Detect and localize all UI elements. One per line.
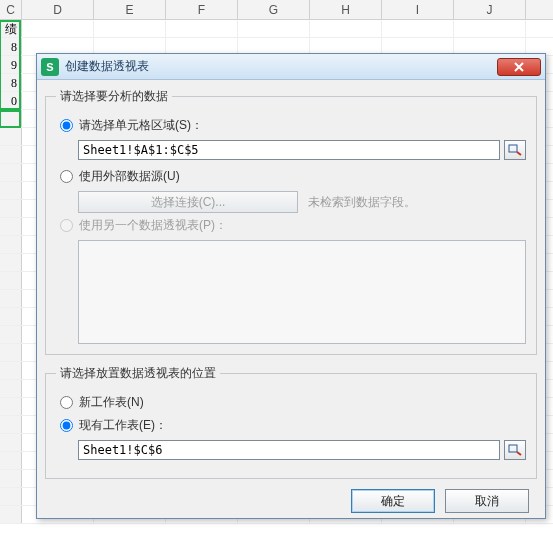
radio-external[interactable]: [60, 170, 73, 183]
cell[interactable]: 8: [0, 38, 22, 55]
radio-another-pivot: [60, 219, 73, 232]
cell[interactable]: 绩: [0, 20, 22, 37]
range-input[interactable]: [78, 140, 500, 160]
radio-select-range-label[interactable]: 请选择单元格区域(S)：: [79, 117, 203, 134]
cancel-button[interactable]: 取消: [445, 489, 529, 513]
col-header[interactable]: E: [94, 0, 166, 19]
radio-external-label[interactable]: 使用外部数据源(U): [79, 168, 180, 185]
radio-newsheet-row: 新工作表(N): [60, 394, 526, 411]
range-picker-icon: [508, 444, 522, 456]
radio-existing[interactable]: [60, 419, 73, 432]
radio-select-range[interactable]: [60, 119, 73, 132]
pivot-list: [78, 240, 526, 344]
col-header[interactable]: G: [238, 0, 310, 19]
radio-newsheet-label[interactable]: 新工作表(N): [79, 394, 144, 411]
create-pivot-dialog: S 创建数据透视表 请选择要分析的数据 请选择单元格区域(S)：: [36, 53, 546, 519]
cell[interactable]: 8: [0, 74, 22, 91]
ok-button[interactable]: 确定: [351, 489, 435, 513]
dialog-title: 创建数据透视表: [65, 58, 497, 75]
col-header[interactable]: F: [166, 0, 238, 19]
location-group: 请选择放置数据透视表的位置 新工作表(N) 现有工作表(E)：: [45, 365, 537, 479]
col-header[interactable]: D: [22, 0, 94, 19]
location-input[interactable]: [78, 440, 500, 460]
radio-another-pivot-row: 使用另一个数据透视表(P)：: [60, 217, 526, 234]
group-legend: 请选择放置数据透视表的位置: [56, 365, 220, 382]
cell[interactable]: 9: [0, 56, 22, 73]
app-icon: S: [41, 58, 59, 76]
radio-select-range-row: 请选择单元格区域(S)：: [60, 117, 526, 134]
data-source-group: 请选择要分析的数据 请选择单元格区域(S)： 使用外部数据源(U): [45, 88, 537, 355]
radio-existing-label[interactable]: 现有工作表(E)：: [79, 417, 167, 434]
radio-another-pivot-label: 使用另一个数据透视表(P)：: [79, 217, 227, 234]
range-picker-button[interactable]: [504, 140, 526, 160]
col-header[interactable]: I: [382, 0, 454, 19]
col-header[interactable]: C: [0, 0, 22, 19]
radio-existing-row: 现有工作表(E)：: [60, 417, 526, 434]
close-button[interactable]: [497, 58, 541, 76]
range-picker-icon: [508, 144, 522, 156]
no-connection-note: 未检索到数据字段。: [308, 194, 416, 211]
group-legend: 请选择要分析的数据: [56, 88, 172, 105]
column-headers: C D E F G H I J: [0, 0, 553, 20]
svg-rect-1: [509, 445, 517, 452]
close-icon: [512, 62, 526, 72]
svg-rect-0: [509, 145, 517, 152]
choose-connection-button: 选择连接(C)...: [78, 191, 298, 213]
radio-external-row: 使用外部数据源(U): [60, 168, 526, 185]
location-picker-button[interactable]: [504, 440, 526, 460]
cell[interactable]: 0: [0, 92, 22, 109]
col-header[interactable]: J: [454, 0, 526, 19]
radio-newsheet[interactable]: [60, 396, 73, 409]
button-bar: 确定 取消: [45, 489, 537, 517]
col-header[interactable]: H: [310, 0, 382, 19]
titlebar[interactable]: S 创建数据透视表: [37, 54, 545, 80]
